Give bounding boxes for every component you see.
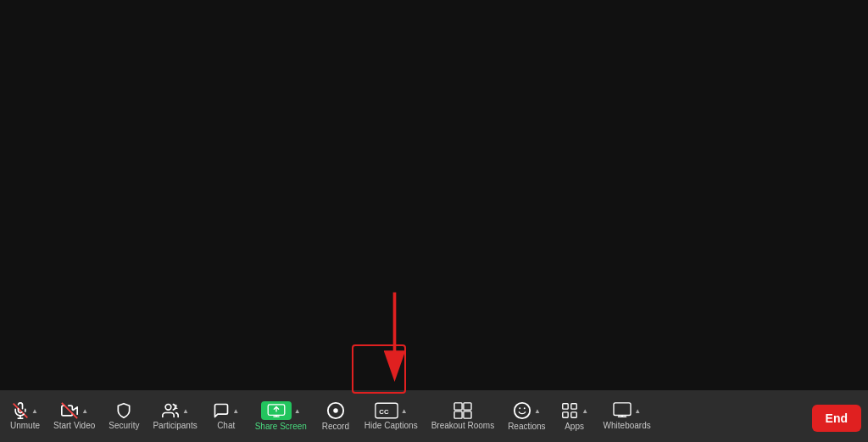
- reactions-chevron[interactable]: ▲: [534, 407, 541, 415]
- mute-button[interactable]: ▲ Unmute: [3, 394, 47, 439]
- apps-label: Apps: [565, 422, 584, 431]
- svg-rect-17: [454, 411, 462, 418]
- svg-point-19: [515, 403, 530, 418]
- record-label: Record: [322, 422, 349, 431]
- whiteboards-button[interactable]: ▲ Whiteboards: [597, 394, 658, 439]
- svg-text:CC: CC: [379, 408, 389, 416]
- meeting-main-area: [0, 0, 868, 390]
- breakout-button[interactable]: Breakout Rooms: [425, 394, 501, 439]
- meeting-toolbar: ▲ Unmute ▲ Start Video Security: [0, 390, 868, 442]
- cc-icon: CC: [375, 402, 398, 419]
- svg-rect-22: [563, 404, 568, 409]
- share-screen-icon-bg: [261, 401, 292, 420]
- participants-chevron[interactable]: ▲: [182, 407, 189, 415]
- svg-rect-18: [464, 411, 471, 418]
- reactions-button[interactable]: ▲ Reactions: [501, 394, 552, 439]
- svg-point-12: [333, 408, 338, 413]
- chat-button[interactable]: ▲ Chat: [204, 394, 248, 439]
- record-button[interactable]: Record: [314, 394, 358, 439]
- captions-label: Hide Captions: [364, 421, 418, 430]
- end-meeting-button[interactable]: End: [812, 405, 861, 432]
- apps-button[interactable]: ▲ Apps: [553, 394, 597, 439]
- svg-rect-15: [454, 403, 462, 410]
- svg-point-6: [165, 405, 171, 411]
- apps-icon: [560, 401, 579, 420]
- chat-icon: [213, 402, 230, 419]
- chat-chevron[interactable]: ▲: [232, 407, 239, 415]
- svg-rect-26: [614, 403, 631, 416]
- shield-icon: [115, 402, 132, 419]
- svg-text:1: 1: [175, 404, 178, 410]
- captions-button[interactable]: CC ▲ Hide Captions: [358, 394, 425, 439]
- video-chevron[interactable]: ▲: [81, 407, 88, 415]
- svg-rect-25: [571, 412, 576, 417]
- participants-button[interactable]: 1 ▲ Participants: [146, 394, 203, 439]
- mute-chevron[interactable]: ▲: [31, 407, 38, 415]
- breakout-label: Breakout Rooms: [431, 421, 494, 430]
- security-button[interactable]: Security: [102, 394, 146, 439]
- svg-rect-16: [464, 403, 471, 410]
- share-screen-label: Share Screen: [255, 422, 307, 431]
- video-label: Start Video: [53, 421, 95, 430]
- reactions-icon: [513, 401, 531, 420]
- captions-chevron[interactable]: ▲: [401, 407, 408, 415]
- breakout-icon: [453, 402, 472, 419]
- video-off-icon: [60, 402, 79, 419]
- share-screen-chevron[interactable]: ▲: [294, 407, 301, 415]
- annotation-arrow: [371, 280, 418, 390]
- reactions-label: Reactions: [508, 422, 545, 431]
- mute-label: Unmute: [10, 421, 40, 430]
- svg-rect-24: [563, 412, 568, 417]
- security-label: Security: [108, 421, 139, 430]
- whiteboards-label: Whiteboards: [604, 421, 651, 430]
- video-button[interactable]: ▲ Start Video: [47, 394, 102, 439]
- share-screen-button[interactable]: ▲ Share Screen: [248, 394, 314, 439]
- whiteboards-chevron[interactable]: ▲: [634, 407, 641, 415]
- whiteboards-icon: [613, 402, 632, 419]
- chat-label: Chat: [217, 421, 235, 430]
- mic-off-icon: [12, 402, 29, 419]
- record-icon: [326, 401, 345, 420]
- svg-rect-23: [571, 404, 576, 409]
- share-screen-icon: [267, 404, 286, 417]
- participants-icon: 1: [161, 402, 180, 419]
- participants-label: Participants: [153, 421, 197, 430]
- apps-chevron[interactable]: ▲: [581, 407, 588, 415]
